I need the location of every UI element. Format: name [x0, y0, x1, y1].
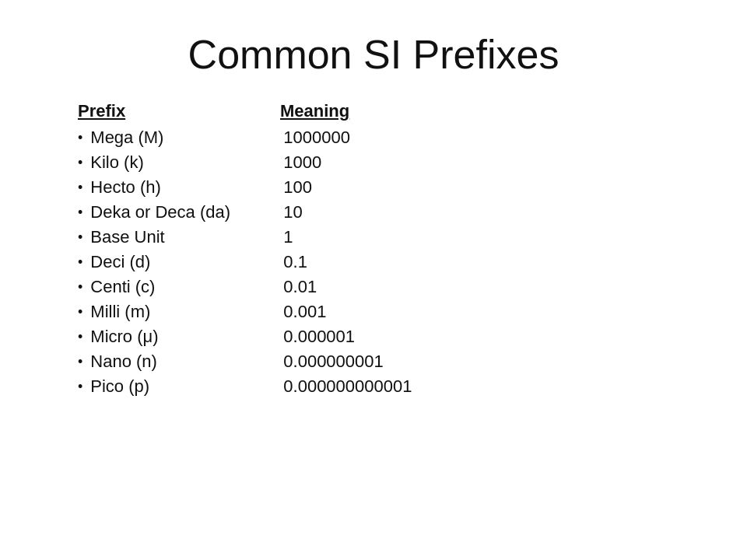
table-row: •Micro (μ)0.000001: [78, 327, 700, 347]
header-prefix: Prefix: [78, 101, 280, 121]
row-prefix-3: Deka or Deca (da): [90, 202, 283, 222]
table-row: •Base Unit1: [78, 227, 700, 247]
bullet-icon: •: [78, 329, 82, 345]
table-row: •Nano (n)0.000000001: [78, 352, 700, 372]
bullet-icon: •: [78, 354, 82, 370]
table-body: •Mega (M)1000000•Kilo (k)1000•Hecto (h)1…: [78, 128, 700, 397]
table-row: •Mega (M)1000000: [78, 128, 700, 148]
row-meaning-1: 1000: [283, 152, 321, 173]
bullet-icon: •: [78, 279, 82, 296]
row-prefix-2: Hecto (h): [90, 177, 283, 198]
row-prefix-10: Pico (p): [90, 376, 283, 397]
bullet-icon: •: [78, 205, 82, 221]
row-meaning-0: 1000000: [283, 128, 350, 148]
row-meaning-2: 100: [283, 177, 312, 198]
row-meaning-8: 0.000001: [283, 327, 355, 347]
bullet-icon: •: [78, 155, 82, 171]
bullet-icon: •: [78, 180, 82, 196]
row-prefix-6: Centi (c): [90, 277, 283, 297]
row-meaning-4: 1: [283, 227, 293, 247]
row-prefix-7: Milli (m): [90, 302, 283, 322]
row-meaning-9: 0.000000001: [283, 352, 383, 372]
table-row: •Milli (m)0.001: [78, 302, 700, 322]
table-row: •Centi (c)0.01: [78, 277, 700, 297]
bullet-icon: •: [78, 130, 82, 146]
row-meaning-7: 0.001: [283, 302, 326, 322]
table-row: •Pico (p)0.000000000001: [78, 376, 700, 397]
row-meaning-6: 0.01: [283, 277, 317, 297]
bullet-icon: •: [78, 379, 82, 395]
row-meaning-3: 10: [283, 202, 302, 222]
si-prefix-table: Prefix Meaning •Mega (M)1000000•Kilo (k)…: [47, 101, 700, 401]
bullet-icon: •: [78, 304, 82, 320]
row-meaning-5: 0.1: [283, 252, 307, 272]
row-meaning-10: 0.000000000001: [283, 376, 412, 397]
row-prefix-5: Deci (d): [90, 252, 283, 272]
table-row: •Hecto (h)100: [78, 177, 700, 198]
header-meaning: Meaning: [280, 101, 349, 121]
table-row: •Kilo (k)1000: [78, 152, 700, 173]
row-prefix-1: Kilo (k): [90, 152, 283, 173]
bullet-icon: •: [78, 229, 82, 246]
table-row: •Deci (d)0.1: [78, 252, 700, 272]
page-title: Common SI Prefixes: [47, 31, 700, 78]
row-prefix-9: Nano (n): [90, 352, 283, 372]
row-prefix-4: Base Unit: [90, 227, 283, 247]
table-row: •Deka or Deca (da)10: [78, 202, 700, 222]
bullet-icon: •: [78, 254, 82, 271]
row-prefix-0: Mega (M): [90, 128, 283, 148]
table-header: Prefix Meaning: [78, 101, 700, 121]
row-prefix-8: Micro (μ): [90, 327, 283, 347]
